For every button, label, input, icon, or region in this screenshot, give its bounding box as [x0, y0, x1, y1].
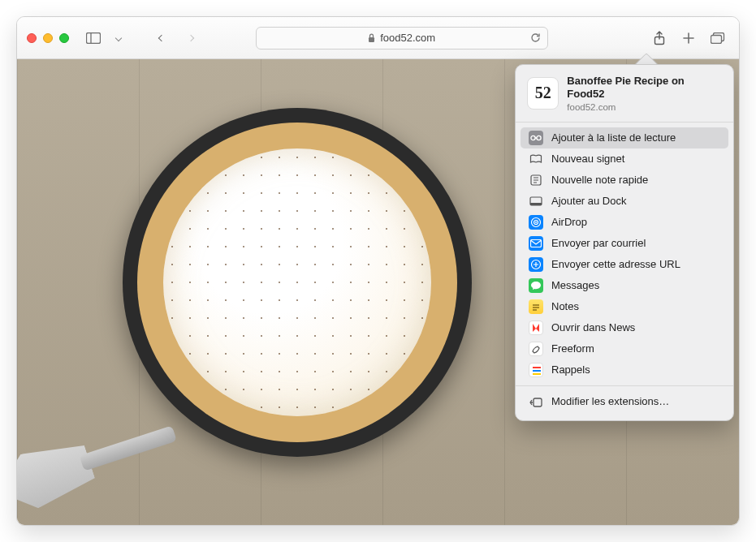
share-item-messages[interactable]: Messages	[521, 275, 728, 296]
dock-icon	[529, 194, 543, 209]
chevron-left-icon	[158, 34, 165, 41]
back-button[interactable]	[150, 28, 173, 49]
close-window-button[interactable]	[27, 33, 37, 43]
share-subtitle: food52.com	[567, 102, 722, 112]
share-item-dock[interactable]: Ajouter au Dock	[521, 191, 728, 212]
zoom-window-button[interactable]	[59, 33, 69, 43]
edit-extensions-label: Modifier les extensions…	[551, 395, 669, 407]
tab-overview-button[interactable]	[706, 28, 729, 49]
share-popover: 52 Banoffee Pie Recipe on Food52 food52.…	[515, 64, 734, 421]
share-item-label: Notes	[551, 300, 579, 312]
share-item-reading-list[interactable]: Ajouter à la liste de lecture	[521, 127, 728, 148]
share-menu: Ajouter à la liste de lectureNouveau sig…	[516, 124, 733, 384]
edit-extensions-icon	[529, 394, 543, 409]
lock-icon	[368, 33, 375, 43]
svg-rect-10	[530, 203, 542, 205]
share-item-label: Freeform	[551, 342, 594, 355]
share-title: Banoffee Pie Recipe on Food52	[567, 75, 722, 101]
messages-icon	[529, 278, 543, 293]
sendurl-icon	[529, 257, 543, 272]
share-item-label: Messages	[551, 279, 599, 291]
share-item-label: Ajouter au Dock	[551, 195, 627, 207]
note-icon	[529, 173, 543, 187]
share-item-label: Nouvelle note rapide	[551, 174, 648, 186]
book-icon	[529, 152, 543, 166]
news-icon	[529, 320, 543, 335]
share-item-label: Nouveau signet	[551, 153, 624, 165]
share-item-quicknote[interactable]: Nouvelle note rapide	[521, 170, 728, 191]
toolbar: food52.com	[17, 17, 739, 59]
share-button[interactable]	[648, 28, 671, 49]
share-item-label: Envoyer par courriel	[551, 237, 646, 249]
share-item-label: Rappels	[551, 363, 590, 376]
svg-point-6	[531, 136, 535, 140]
freeform-icon	[529, 342, 543, 356]
share-item-freeform[interactable]: Freeform	[521, 338, 728, 359]
address-bar[interactable]: food52.com	[256, 27, 548, 49]
svg-rect-0	[87, 32, 101, 43]
share-item-label: Ouvrir dans News	[551, 321, 635, 333]
share-item-news[interactable]: Ouvrir dans News	[521, 317, 728, 338]
reload-icon	[530, 32, 541, 43]
notes-icon	[529, 299, 543, 314]
separator	[516, 385, 733, 386]
window-controls	[27, 33, 69, 43]
share-item-airdrop[interactable]: AirDrop	[521, 212, 728, 233]
minimize-window-button[interactable]	[43, 33, 53, 43]
edit-extensions-item[interactable]: Modifier les extensions…	[521, 391, 728, 412]
share-header: 52 Banoffee Pie Recipe on Food52 food52.…	[516, 65, 733, 120]
glasses-icon	[529, 131, 543, 145]
share-icon	[653, 31, 666, 45]
share-site-thumbnail: 52	[527, 77, 559, 110]
share-item-mail[interactable]: Envoyer par courriel	[521, 233, 728, 254]
banoffee-pie-image	[123, 108, 472, 457]
share-item-notes[interactable]: Notes	[521, 296, 728, 317]
share-item-bookmark[interactable]: Nouveau signet	[521, 148, 728, 170]
mail-icon	[529, 236, 543, 251]
airdrop-icon	[529, 215, 543, 230]
safari-window: food52.com 52	[16, 16, 740, 526]
forward-button[interactable]	[179, 28, 202, 49]
tabs-icon	[711, 32, 725, 44]
sidebar-toggle-button[interactable]	[82, 28, 105, 49]
chevron-down-icon	[115, 34, 122, 41]
svg-rect-16	[534, 398, 542, 406]
new-tab-button[interactable]	[677, 28, 700, 49]
plus-icon	[682, 32, 695, 45]
share-item-reminders[interactable]: Rappels	[521, 359, 728, 381]
separator	[516, 122, 733, 123]
svg-point-7	[537, 136, 541, 140]
share-item-label: Ajouter à la liste de lecture	[551, 131, 676, 144]
address-bar-domain: food52.com	[380, 32, 435, 44]
tab-group-menu-button[interactable]	[111, 28, 126, 49]
share-item-label: AirDrop	[551, 216, 587, 228]
chevron-right-icon	[188, 34, 194, 41]
share-item-sendurl[interactable]: Envoyer cette adresse URL	[521, 254, 728, 275]
svg-rect-2	[369, 37, 374, 42]
sidebar-icon	[86, 32, 101, 44]
share-item-label: Envoyer cette adresse URL	[551, 258, 680, 270]
reload-button[interactable]	[530, 32, 541, 43]
reminders-icon	[529, 363, 543, 377]
svg-point-13	[535, 222, 537, 223]
svg-rect-5	[711, 35, 721, 43]
